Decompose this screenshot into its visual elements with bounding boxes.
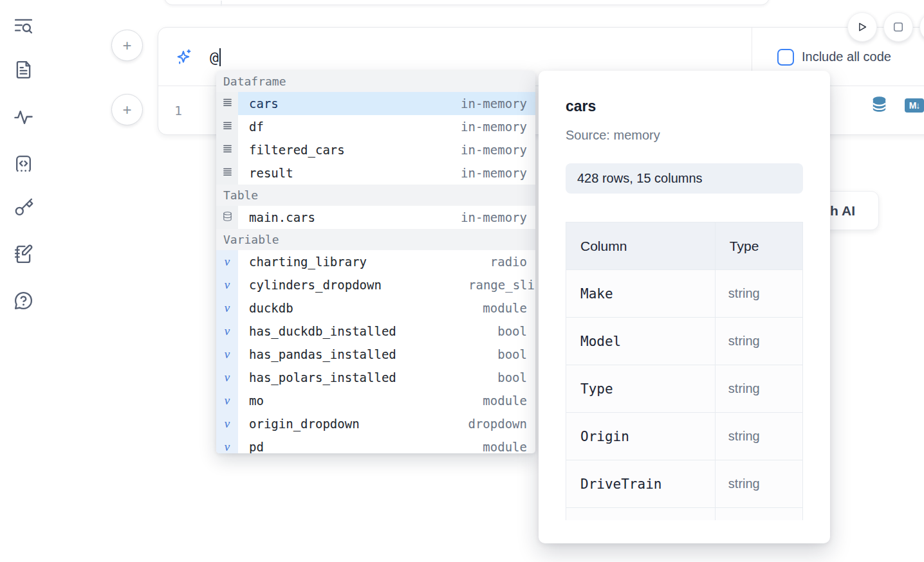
preview-shape-badge: 428 rows, 15 columns — [566, 163, 803, 194]
item-type: module — [483, 440, 535, 453]
include-all-code-checkbox[interactable] — [777, 49, 794, 66]
text-search-icon — [13, 15, 34, 39]
line-number: 1 — [174, 103, 182, 118]
add-cell-button-top[interactable]: + — [111, 30, 143, 61]
item-name: main.cars — [249, 210, 315, 224]
variable-icon: v — [216, 296, 238, 320]
notebook-canvas: + + @ Include all code — [0, 0, 924, 562]
code-cell-icon — [13, 152, 34, 176]
dataframe-icon — [216, 161, 238, 185]
activity-pulse-icon — [13, 106, 34, 130]
sidebar-item-files[interactable] — [12, 59, 35, 82]
sidebar-item-secrets[interactable] — [12, 197, 35, 221]
preview-table-container: ColumnTypeMakestringModelstringTypestrin… — [566, 222, 803, 520]
autocomplete-item-df[interactable]: dfin-memory — [216, 115, 535, 138]
item-name: df — [249, 120, 264, 134]
schema-row: Modelstring — [566, 318, 803, 365]
item-type: module — [483, 394, 535, 408]
column-name: DriveTrain — [566, 460, 716, 508]
item-type: dropdown — [468, 417, 535, 431]
preview-title: cars — [566, 98, 803, 115]
variable-icon: v — [216, 320, 238, 343]
autocomplete-item-has-duckdb-installed[interactable]: vhas_duckdb_installedbool — [216, 320, 535, 343]
schema-header-row: ColumnType — [566, 222, 803, 270]
type-header: Type — [715, 222, 802, 270]
autocomplete-section-header: Table — [216, 185, 535, 206]
variable-icon: v — [216, 435, 238, 453]
column-type: string — [715, 413, 802, 460]
item-name: has_duckdb_installed — [249, 324, 396, 338]
item-type: in-memory — [461, 96, 535, 111]
schema-row — [566, 508, 803, 521]
variable-icon: v — [216, 366, 238, 389]
schema-row: Makestring — [566, 270, 803, 318]
schema-row: Typestring — [566, 365, 803, 413]
item-name: pd — [249, 440, 264, 453]
item-type: bool — [497, 347, 535, 361]
autocomplete-item-charting-library[interactable]: vcharting_libraryradio — [216, 250, 535, 273]
stop-icon — [892, 21, 905, 33]
preview-schema-table: ColumnTypeMakestringModelstringTypestrin… — [566, 222, 803, 520]
autocomplete-section-header: Variable — [216, 229, 535, 250]
autocomplete-item-filtered-cars[interactable]: filtered_carsin-memory — [216, 138, 535, 161]
item-name: filtered_cars — [249, 143, 345, 157]
column-name: Type — [566, 365, 716, 413]
dataframe-icon — [216, 138, 238, 161]
autocomplete-item-cars[interactable]: carsin-memory — [216, 92, 535, 115]
item-type: range_sli — [468, 278, 535, 292]
sidebar — [0, 0, 46, 562]
item-name: origin_dropdown — [249, 417, 360, 431]
autocomplete-item-main-cars[interactable]: main.carsin-memory — [216, 206, 535, 229]
markdown-export-icon[interactable]: M↓ — [905, 98, 924, 113]
autocomplete-item-has-polars-installed[interactable]: vhas_polars_installedbool — [216, 366, 535, 389]
ai-prompt-value: @ — [210, 49, 219, 66]
column-name: Model — [566, 318, 716, 365]
include-all-code-label: Include all code — [802, 50, 891, 64]
column-type: string — [715, 270, 802, 318]
item-name: charting_library — [249, 255, 367, 269]
autocomplete-item-pd[interactable]: vpdmodule — [216, 435, 535, 453]
item-type: module — [483, 301, 535, 315]
autocomplete-item-has-pandas-installed[interactable]: vhas_pandas_installedbool — [216, 343, 535, 366]
item-name: result — [249, 166, 293, 180]
stop-button[interactable] — [883, 12, 913, 42]
database-icon[interactable] — [871, 95, 888, 116]
run-cell-button[interactable] — [847, 12, 877, 42]
sidebar-item-activity[interactable] — [12, 106, 35, 129]
text-cursor — [219, 48, 221, 66]
dataframe-preview-panel: cars Source: memory 428 rows, 15 columns… — [539, 71, 830, 543]
file-document-icon — [13, 59, 34, 83]
autocomplete-item-origin-dropdown[interactable]: vorigin_dropdowndropdown — [216, 412, 535, 435]
variable-icon: v — [216, 250, 238, 273]
sidebar-item-search[interactable] — [12, 15, 35, 39]
item-name: has_pandas_installed — [249, 347, 396, 361]
sidebar-item-help[interactable] — [12, 290, 35, 313]
item-type: in-memory — [461, 166, 535, 180]
preview-source: Source: memory — [566, 128, 803, 143]
item-name: has_polars_installed — [249, 370, 396, 385]
variable-icon: v — [216, 389, 238, 412]
item-name: duckdb — [249, 301, 293, 315]
item-type: radio — [490, 255, 535, 269]
column-type — [715, 508, 802, 521]
variable-icon: v — [216, 343, 238, 366]
sidebar-item-snippets[interactable] — [12, 152, 35, 176]
add-cell-button-bottom[interactable]: + — [111, 94, 143, 125]
dataframe-icon — [216, 92, 238, 115]
item-name: cars — [249, 96, 279, 111]
schema-row: DriveTrainstring — [566, 460, 803, 508]
column-type: string — [715, 460, 802, 508]
item-type: in-memory — [461, 120, 535, 134]
autocomplete-item-duckdb[interactable]: vduckdbmodule — [216, 296, 535, 320]
ai-button-label: h AI — [830, 203, 855, 219]
autocomplete-item-mo[interactable]: vmomodule — [216, 389, 535, 412]
variable-icon: v — [216, 412, 238, 435]
previous-cell-fragment — [164, 0, 770, 5]
autocomplete-item-cylinders-dropdown[interactable]: vcylinders_dropdownrange_sli — [216, 273, 535, 296]
column-name: Origin — [566, 413, 716, 460]
autocomplete-item-result[interactable]: resultin-memory — [216, 161, 535, 185]
column-name: Make — [566, 270, 716, 318]
previous-cell-divider — [221, 1, 222, 6]
sidebar-item-scratchpad[interactable] — [12, 244, 35, 267]
variable-icon: v — [216, 273, 238, 296]
